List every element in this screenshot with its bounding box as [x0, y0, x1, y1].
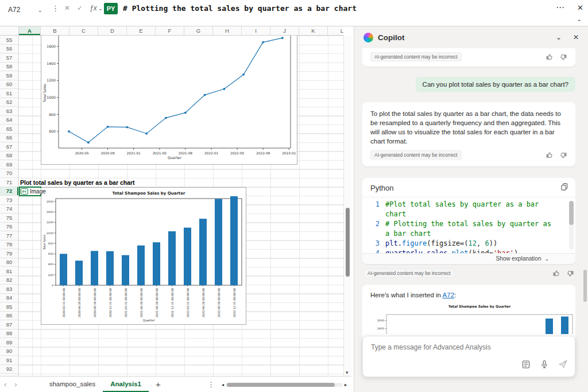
row-header-87[interactable]: 87: [0, 320, 18, 329]
row-header-66[interactable]: 66: [0, 134, 18, 143]
column-header-K[interactable]: K: [299, 26, 328, 35]
window-more-icon[interactable]: ⋯: [552, 1, 568, 14]
sheet-list-menu-icon[interactable]: ⋮: [203, 381, 219, 389]
row-header-89[interactable]: 89: [0, 338, 18, 347]
row-header-71[interactable]: 71: [0, 178, 18, 187]
copilot-message-input[interactable]: [370, 342, 568, 362]
row-header-77[interactable]: 77: [0, 231, 18, 240]
horizontal-scrollbar-track[interactable]: [226, 383, 343, 387]
select-all-corner[interactable]: [0, 26, 19, 36]
cancel-entry-icon[interactable]: ✕: [64, 4, 70, 12]
prompt-library-icon[interactable]: [521, 360, 531, 371]
row-header-86[interactable]: 86: [0, 312, 18, 321]
row-header-74[interactable]: 74: [0, 205, 18, 214]
thumbs-down-icon[interactable]: [567, 270, 574, 277]
row-header-84[interactable]: 84: [0, 294, 18, 303]
row-header-82[interactable]: 82: [0, 276, 18, 285]
row-header-68[interactable]: 68: [0, 152, 18, 161]
row-header-83[interactable]: 83: [0, 285, 18, 294]
panel-scrollbar-thumb[interactable]: [583, 270, 587, 302]
row-header-90[interactable]: 90: [0, 347, 18, 356]
vertical-scrollbar[interactable]: ▾: [343, 36, 351, 376]
column-header-G[interactable]: G: [184, 26, 213, 35]
inserted-cell-link[interactable]: A72: [443, 292, 454, 298]
row-header-72[interactable]: 72: [0, 187, 18, 196]
row-header-91[interactable]: 91: [0, 356, 18, 365]
thumbs-up-icon[interactable]: [546, 152, 553, 159]
row-header-67[interactable]: 67: [0, 142, 18, 152]
row-header-70[interactable]: 70: [0, 169, 18, 178]
sheet-tab-shampoo-sales[interactable]: shampoo_sales: [42, 377, 103, 392]
sheet-tab-analysis1[interactable]: Analysis1: [103, 377, 149, 392]
column-header-E[interactable]: E: [127, 26, 156, 35]
column-header-B[interactable]: B: [41, 26, 69, 35]
code-scrollbar-thumb[interactable]: [569, 201, 574, 225]
row-header-57[interactable]: 57: [0, 53, 18, 63]
row-header-64[interactable]: 64: [0, 116, 18, 125]
row-header-58[interactable]: 58: [0, 63, 18, 72]
horizontal-scrollbar-thumb[interactable]: [227, 383, 335, 387]
row-header-88[interactable]: 88: [0, 329, 18, 339]
row-header-69[interactable]: 69: [0, 160, 18, 169]
column-header-J[interactable]: J: [270, 26, 299, 35]
cells-area[interactable]: Plot total sales by quarter as a bar cha…: [19, 36, 343, 376]
name-box[interactable]: A72 ⌄: [5, 3, 46, 17]
code-editor[interactable]: 1#Plot total sales by quarter as a bar c…: [362, 197, 575, 253]
thumbs-down-icon[interactable]: [560, 53, 567, 61]
confirm-entry-icon[interactable]: ✓: [77, 4, 83, 12]
row-header-65[interactable]: 65: [0, 125, 18, 134]
namebox-dropdown-icon[interactable]: ⌄: [38, 7, 42, 13]
sheet-nav-right-icon[interactable]: ›: [10, 380, 21, 389]
column-header-C[interactable]: C: [69, 26, 98, 35]
bar-chart-object[interactable]: Total Shampoo Sales by Quarter0200400600…: [41, 187, 246, 325]
row-header-75[interactable]: 75: [0, 214, 18, 223]
svg-text:2022-06-30 00:00:00: 2022-06-30 00:00:00: [202, 288, 205, 317]
scroll-left-icon[interactable]: ◂: [222, 382, 224, 387]
row-header-62[interactable]: 62: [0, 98, 18, 107]
thumbs-up-icon[interactable]: [546, 53, 553, 61]
row-header-55[interactable]: 55: [0, 36, 18, 45]
thumbs-up-icon[interactable]: [552, 270, 560, 277]
line-chart-object[interactable]: 60080010001200140016002020-052020-092021…: [41, 36, 297, 165]
scroll-right-icon[interactable]: ▸: [345, 382, 347, 387]
scroll-down-icon[interactable]: ▾: [346, 370, 349, 375]
column-header-F[interactable]: F: [156, 26, 184, 35]
horizontal-scrollbar[interactable]: ◂ ▸: [222, 382, 347, 387]
vertical-scrollbar-thumb[interactable]: [346, 208, 350, 277]
row-header-63[interactable]: 63: [0, 107, 18, 116]
row-header-81[interactable]: 81: [0, 267, 18, 276]
window-close-icon[interactable]: ✕: [574, 2, 587, 13]
show-explanation-button[interactable]: Show explanation ⌄: [362, 253, 575, 264]
column-header-I[interactable]: I: [242, 26, 270, 35]
row-header-92[interactable]: 92: [0, 365, 18, 374]
row-header-73[interactable]: 73: [0, 196, 18, 205]
row-header-80[interactable]: 80: [0, 258, 18, 267]
row-header-56[interactable]: 56: [0, 45, 18, 54]
column-header-D[interactable]: D: [98, 26, 127, 35]
row-header-79[interactable]: 79: [0, 249, 18, 258]
column-header-A[interactable]: A: [19, 26, 41, 35]
row-header-60[interactable]: 60: [0, 80, 18, 90]
formula-bar-expand-icon[interactable]: ⌄: [577, 15, 582, 23]
microphone-icon[interactable]: [540, 360, 549, 371]
formula-input[interactable]: # Plotting the total sales by quarter as…: [123, 4, 357, 13]
column-header-L[interactable]: L: [328, 26, 343, 35]
panel-collapse-icon[interactable]: ⌄: [556, 33, 562, 41]
copy-code-icon[interactable]: [560, 183, 568, 193]
formula-more-icon[interactable]: ⋮: [52, 4, 59, 13]
code-scrollbar[interactable]: [569, 201, 574, 250]
row-header-85[interactable]: 85: [0, 302, 18, 312]
add-sheet-button[interactable]: +: [149, 379, 168, 389]
insert-function-icon[interactable]: ƒx⌄: [90, 4, 103, 12]
thumbs-down-icon[interactable]: [560, 152, 567, 159]
selected-cell-a72[interactable]: PY Image: [19, 187, 41, 196]
column-header-H[interactable]: H: [213, 26, 242, 35]
sheet-nav-left-icon[interactable]: ‹: [0, 380, 10, 389]
row-header-59[interactable]: 59: [0, 71, 18, 80]
send-icon[interactable]: [558, 359, 568, 371]
row-header-78[interactable]: 78: [0, 240, 18, 250]
row-header-76[interactable]: 76: [0, 223, 18, 232]
row-header-61[interactable]: 61: [0, 89, 18, 98]
ai-disclaimer: AI-generated content may be incorrect: [370, 150, 462, 160]
panel-close-icon[interactable]: ✕: [573, 33, 579, 41]
